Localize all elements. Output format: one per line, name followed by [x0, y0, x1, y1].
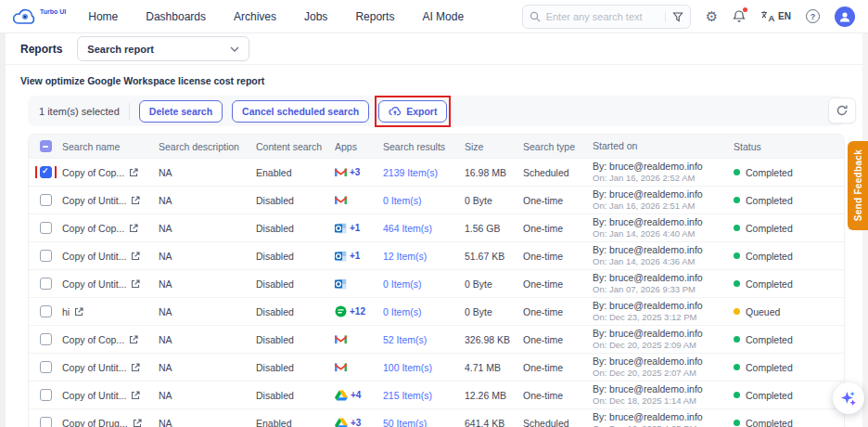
delete-search-button[interactable]: Delete search	[139, 100, 223, 123]
settings-gear-icon[interactable]: ⚙	[706, 9, 718, 23]
refresh-icon	[836, 104, 849, 117]
ai-sparkle-icon	[840, 390, 858, 408]
content-search-value: Disabled	[256, 306, 335, 317]
gmail-icon	[335, 167, 347, 177]
status-label: Completed	[746, 167, 793, 178]
toolbar-divider	[129, 103, 130, 120]
open-search-external-link-icon[interactable]	[131, 391, 140, 400]
started-on-date: On: Jan 16, 2026 2:51 AM	[593, 201, 695, 212]
status-dot	[734, 225, 740, 231]
search-results-link[interactable]: 52 Item(s)	[383, 334, 427, 345]
outlook-icon	[335, 223, 347, 234]
row-checkbox[interactable]	[40, 222, 52, 234]
search-input[interactable]	[546, 11, 659, 22]
nav-item-jobs[interactable]: Jobs	[304, 10, 327, 23]
open-search-external-link-icon[interactable]	[131, 252, 140, 261]
row-checkbox[interactable]	[40, 166, 52, 178]
table-row: Copy of Untit... NA Disabled 0 Item(s) 0…	[29, 269, 844, 297]
cancel-scheduled-search-button[interactable]: Cancel scheduled search	[232, 100, 369, 123]
search-type-value: Scheduled	[523, 167, 593, 178]
search-results-link[interactable]: 0 Item(s)	[383, 195, 421, 206]
search-reports-table: Search name Search description Content s…	[28, 134, 845, 427]
started-by: By: bruce@realdemo.info	[593, 383, 703, 395]
content-search-value: Disabled	[256, 251, 335, 262]
open-search-external-link-icon[interactable]	[129, 168, 138, 177]
started-by: By: bruce@realdemo.info	[593, 244, 703, 256]
search-results-link[interactable]: 100 Item(s)	[383, 362, 432, 373]
search-name: Copy of Untit...	[62, 278, 126, 290]
open-search-external-link-icon[interactable]	[129, 224, 138, 233]
started-on-date: On: Jan 14, 2026 4:36 AM	[593, 256, 695, 267]
export-button[interactable]: Export	[378, 100, 447, 123]
topbar-actions: ⚙ A EN ?	[522, 5, 855, 29]
help-icon[interactable]: ?	[806, 9, 820, 23]
outlook-icon	[335, 251, 347, 262]
row-checkbox[interactable]	[40, 194, 52, 206]
search-description: NA	[159, 195, 256, 206]
open-search-external-link-icon[interactable]	[131, 196, 140, 205]
user-avatar[interactable]	[835, 6, 855, 27]
open-search-external-link-icon[interactable]	[133, 419, 142, 427]
search-results-link[interactable]: 215 Item(s)	[383, 390, 432, 401]
started-by: By: bruce@realdemo.info	[593, 272, 703, 284]
app-extra-count: +3	[351, 418, 361, 427]
nav-item-dashboards[interactable]: Dashboards	[146, 10, 206, 23]
search-type-value: One-time	[523, 362, 593, 373]
ai-assistant-button[interactable]	[833, 382, 864, 414]
open-search-external-link-icon[interactable]	[129, 335, 138, 344]
cloud-export-icon	[389, 106, 402, 116]
language-switcher[interactable]: A EN	[760, 10, 791, 22]
started-on-date: On: Jan 14, 2026 4:40 AM	[593, 228, 695, 239]
open-search-external-link-icon[interactable]	[131, 279, 140, 289]
filter-icon[interactable]	[665, 11, 683, 22]
language-code: EN	[778, 11, 791, 21]
col-apps: Apps	[335, 141, 383, 152]
refresh-button[interactable]	[828, 97, 856, 123]
select-all-checkbox[interactable]	[40, 140, 52, 152]
open-search-external-link-icon[interactable]	[131, 363, 140, 372]
nav-item-ai-mode[interactable]: AI Mode	[422, 10, 464, 23]
status-label: Completed	[746, 334, 793, 345]
status-label: Completed	[746, 362, 793, 373]
row-checkbox[interactable]	[40, 250, 52, 262]
nav-item-reports[interactable]: Reports	[355, 10, 394, 23]
row-checkbox[interactable]	[40, 389, 52, 401]
nav-item-home[interactable]: Home	[88, 10, 118, 23]
global-search-box[interactable]	[522, 5, 691, 29]
started-on-date: On: Dec 16, 2025 4:05 PM	[593, 423, 696, 427]
started-by: By: bruce@realdemo.info	[593, 300, 703, 312]
search-results-link[interactable]: 0 Item(s)	[383, 306, 421, 317]
search-results-link[interactable]: 0 Item(s)	[383, 278, 421, 290]
search-description: NA	[159, 334, 256, 345]
view-report-link[interactable]: View optimize Google Workspace license c…	[20, 75, 868, 86]
started-by: By: bruce@realdemo.info	[593, 328, 703, 340]
content-search-value: Disabled	[256, 223, 335, 234]
search-description: NA	[159, 251, 256, 262]
search-type-value: One-time	[523, 334, 593, 345]
gmail-icon	[335, 362, 347, 372]
row-checkbox[interactable]	[40, 305, 52, 317]
gmail-icon	[335, 334, 347, 344]
report-type-select[interactable]: Search report	[77, 36, 249, 61]
nav-item-archives[interactable]: Archives	[234, 10, 276, 23]
row-checkbox[interactable]	[40, 361, 52, 373]
send-feedback-tab[interactable]: Send Feedback	[848, 141, 868, 230]
table-header: Search name Search description Content s…	[29, 135, 844, 158]
svg-text:A: A	[769, 13, 775, 22]
content-search-value: Disabled	[256, 334, 335, 345]
search-results-link[interactable]: 2139 Item(s)	[383, 167, 438, 178]
row-checkbox[interactable]	[40, 278, 52, 290]
row-checkbox[interactable]	[40, 333, 52, 345]
gmail-icon	[335, 195, 347, 205]
status-label: Queued	[746, 306, 780, 317]
notifications-bell-icon[interactable]	[733, 9, 746, 23]
open-search-external-link-icon[interactable]	[74, 307, 83, 317]
content-search-value: Disabled	[256, 278, 335, 290]
size-value: 12.26 MB	[465, 390, 523, 401]
search-results-link[interactable]: 50 Item(s)	[383, 418, 427, 427]
search-results-link[interactable]: 464 Item(s)	[383, 223, 432, 234]
started-by: By: bruce@realdemo.info	[593, 188, 703, 201]
brand-logo[interactable]: Turbo UI	[11, 6, 66, 27]
row-checkbox[interactable]	[40, 417, 52, 427]
search-results-link[interactable]: 12 Item(s)	[383, 251, 427, 262]
